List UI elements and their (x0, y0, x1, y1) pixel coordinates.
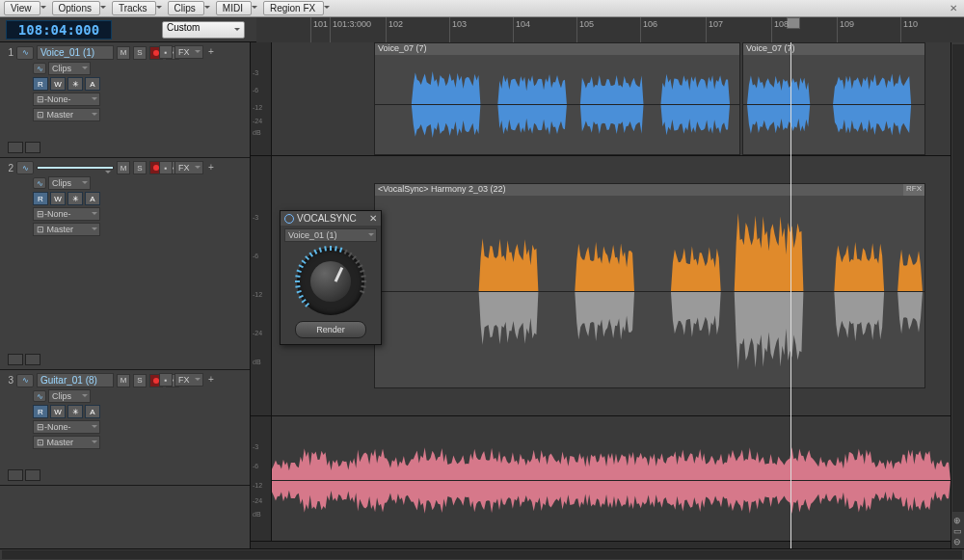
zoom-in-icon[interactable]: ⊕ (953, 516, 962, 525)
mode-button-a[interactable]: A (85, 405, 100, 418)
mode-button-r[interactable]: R (33, 405, 48, 418)
output-select[interactable]: ⊡ Master (33, 223, 100, 236)
footer-button-2[interactable] (25, 354, 40, 365)
render-button[interactable]: Render (295, 321, 366, 338)
mode-button-r[interactable]: R (33, 192, 48, 205)
solo-button[interactable]: S (133, 46, 147, 60)
svg-line-24 (356, 260, 360, 263)
mode-button-a[interactable]: A (85, 77, 100, 91)
close-icon[interactable]: ✕ (947, 2, 960, 15)
vocalsync-dial[interactable] (297, 248, 364, 315)
mute-button[interactable]: M (117, 46, 130, 60)
mode-button-✳[interactable]: ✳ (67, 77, 83, 91)
popup-close-icon[interactable]: ✕ (369, 213, 377, 224)
svg-line-14 (309, 253, 312, 256)
input-select[interactable]: ⊟-None- (33, 207, 100, 221)
input-select[interactable]: ⊟-None- (33, 420, 100, 434)
track-number: 2 (4, 163, 13, 173)
fx-slot-button[interactable]: ▪ (159, 161, 173, 174)
fx-label[interactable]: FX (174, 373, 203, 387)
track-number: 3 (4, 375, 13, 386)
mode-button-w[interactable]: W (50, 405, 66, 418)
footer-button-1[interactable] (8, 142, 23, 153)
mode-button-r[interactable]: R (33, 77, 48, 91)
mode-button-w[interactable]: W (50, 77, 66, 91)
output-select[interactable]: ⊡ Master (33, 436, 100, 449)
track-lane-2[interactable]: -3-6-12-24dB <VocalSync> Harmony 2_03 (2… (251, 156, 951, 416)
track-header-1: 1 ∿ Voice_01 (1) M S › ▪ FX + ∿ Clips RW… (0, 42, 250, 158)
add-fx-icon[interactable]: + (205, 162, 217, 173)
track-type-icon[interactable]: ∿ (16, 374, 34, 387)
zoom-fit-icon[interactable]: ▭ (953, 526, 962, 536)
mute-button[interactable]: M (117, 374, 130, 387)
footer-button-1[interactable] (8, 354, 23, 365)
clip-guitar[interactable] (272, 416, 951, 541)
bottom-bar (0, 548, 964, 560)
fx-slot-button[interactable]: ▪ (159, 373, 173, 387)
transport-bar: 108:04:000 Custom 101101:3:0001021031041… (0, 17, 964, 42)
fx-label[interactable]: FX (174, 161, 203, 174)
fx-label[interactable]: FX (174, 45, 203, 59)
ruler-tick: 101 (310, 17, 328, 42)
clip-title: <VocalSync> Harmony 2_03 (22) (375, 184, 924, 196)
menu-regionfx[interactable]: Region FX (263, 1, 324, 15)
timecode-display[interactable]: 108:04:000 (6, 20, 112, 40)
footer-button-2[interactable] (25, 142, 40, 153)
vocalsync-popup[interactable]: VOCALSYNC ✕ Voice_01 (1) Render (280, 210, 382, 345)
svg-line-16 (320, 248, 322, 253)
track-lane-1[interactable]: -3-6-12-24dB Voice_07 (7) Voice_07 (7) (251, 42, 951, 156)
menu-midi[interactable]: MIDI (216, 1, 252, 15)
clips-select[interactable]: Clips (48, 62, 91, 75)
menu-options[interactable]: Options (52, 1, 100, 15)
add-fx-icon[interactable]: + (205, 374, 217, 386)
clip-voice07-b[interactable]: Voice_07 (7) (742, 42, 925, 155)
menu-tracks[interactable]: Tracks (112, 1, 156, 15)
loop-marker[interactable] (787, 17, 800, 29)
track-lane-3[interactable]: -3-6-12-24dB (251, 416, 951, 542)
timeline-ruler[interactable]: 101101:3:000102103104105106107108109110 (256, 17, 964, 42)
input-select[interactable]: ⊟-None- (33, 93, 100, 106)
snap-select[interactable]: Custom (162, 21, 245, 39)
solo-button[interactable]: S (133, 374, 147, 387)
menu-clips[interactable]: Clips (168, 1, 204, 15)
menu-bar: View Options Tracks Clips MIDI Region FX… (0, 0, 964, 17)
track-name-field[interactable] (37, 166, 114, 170)
clip-voice07-a[interactable]: Voice_07 (7) (374, 42, 740, 155)
track-header-3: 3 ∿ Guitar_01 (8) M S › ▪ FX + ∿ Clips R… (0, 370, 250, 486)
power-icon[interactable] (284, 214, 294, 224)
clips-select[interactable]: Clips (48, 176, 91, 190)
clips-select[interactable]: Clips (48, 389, 91, 403)
playhead[interactable] (790, 42, 791, 548)
ruler-tick: 108 (771, 17, 789, 42)
mode-button-a[interactable]: A (85, 192, 100, 205)
rfx-badge[interactable]: RFX (903, 184, 924, 196)
track-type-icon[interactable]: ∿ (16, 161, 34, 174)
footer-button-1[interactable] (8, 469, 23, 481)
menu-view[interactable]: View (4, 1, 40, 15)
mute-button[interactable]: M (117, 161, 130, 174)
vertical-scrollbar[interactable] (952, 44, 964, 512)
track-name-field[interactable]: Guitar_01 (8) (37, 373, 114, 387)
ruler-tick: 110 (900, 17, 918, 42)
ruler-tick: 109 (837, 17, 854, 42)
track-type-icon[interactable]: ∿ (16, 46, 34, 60)
footer-button-2[interactable] (25, 469, 40, 481)
mode-button-✳[interactable]: ✳ (67, 405, 83, 418)
ruler-tick: 101:3:000 (330, 17, 371, 42)
add-fx-icon[interactable]: + (205, 46, 217, 58)
mode-button-w[interactable]: W (50, 192, 66, 205)
svg-line-21 (345, 250, 347, 253)
fx-slot-button[interactable]: ▪ (159, 45, 173, 59)
horizontal-scrollbar[interactable] (2, 550, 962, 559)
vocalsync-source-select[interactable]: Voice_01 (1) (284, 228, 377, 242)
mode-button-✳[interactable]: ✳ (67, 192, 83, 205)
solo-button[interactable]: S (133, 161, 147, 174)
clip-harmony[interactable]: <VocalSync> Harmony 2_03 (22) RFX (374, 183, 925, 388)
svg-line-20 (340, 248, 342, 253)
svg-line-19 (335, 246, 336, 251)
track-name-field[interactable]: Voice_01 (1) (37, 45, 114, 60)
output-select[interactable]: ⊡ Master (33, 108, 100, 121)
svg-line-11 (299, 265, 303, 267)
zoom-out-icon[interactable]: ⊖ (953, 537, 962, 547)
arrangement-view[interactable]: -3-6-12-24dB Voice_07 (7) Voice_07 (7) -… (251, 42, 951, 548)
